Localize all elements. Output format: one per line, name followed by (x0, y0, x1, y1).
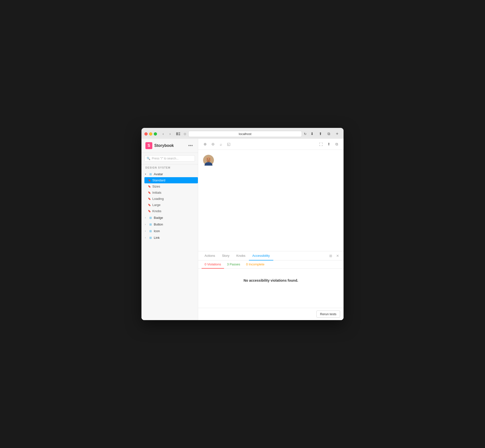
nav-item-standard[interactable]: 🔖 Standard (144, 177, 198, 183)
nav-group-avatar-header[interactable]: ▾ ⊞ Avatar (141, 171, 198, 177)
story-icon-large: 🔖 (148, 204, 151, 207)
logo-area: S Storybook (145, 142, 174, 149)
main-content: ⊕ ⊖ ⌕ ◱ ⛶ ⬆ ⧉ (198, 139, 344, 320)
section-label: DESIGN SYSTEM (141, 164, 198, 170)
app-container: S Storybook ••• 🔍 Press "/" to search...… (141, 139, 344, 320)
svg-rect-0 (176, 132, 178, 135)
preview-tools-right: ⛶ ⬆ ⧉ (317, 141, 340, 148)
new-tab-button[interactable]: + (334, 130, 341, 137)
grid-icon-icon: ⊞ (149, 229, 152, 233)
panel-tab-actions: ⊞ ✕ (328, 253, 341, 259)
story-icon-initials: 🔖 (148, 191, 151, 194)
tab-knobs[interactable]: Knobs (233, 251, 249, 260)
story-icon-standard: 🔖 (148, 179, 151, 182)
share-button[interactable]: ⬆ (317, 130, 324, 137)
nav-group-badge-label: Badge (154, 216, 163, 220)
rerun-bar: Rerun tests (198, 308, 344, 320)
rerun-tests-button[interactable]: Rerun tests (316, 310, 340, 318)
zoom-out-button[interactable]: ⊖ (209, 141, 216, 148)
svg-rect-1 (178, 132, 180, 133)
a11y-tab-passes[interactable]: 3 Passes (224, 260, 243, 269)
story-icon-loading: 🔖 (148, 197, 151, 200)
story-icon-sizes: 🔖 (148, 185, 151, 188)
nav-item-loading[interactable]: 🔖 Loading (144, 196, 198, 202)
panel-layout-button[interactable]: ⊞ (328, 253, 334, 259)
nav-item-knobs-label: Knobs (152, 209, 161, 213)
browser-chrome: ‹ › ⊙ localhost ↻ (141, 128, 344, 139)
nav-item-sizes[interactable]: 🔖 Sizes (144, 183, 198, 190)
a11y-tab-incomplete[interactable]: 0 Incomplete (243, 260, 267, 269)
back-button[interactable]: ‹ (160, 131, 166, 137)
download-button[interactable]: ⬇ (309, 130, 315, 137)
nav-group-badge: › ⊞ Badge (141, 215, 198, 221)
lock-icon: ⊙ (184, 132, 186, 136)
panel-content: No accessibility violations found. (198, 269, 344, 308)
preview-tools-left: ⊕ ⊖ ⌕ ◱ (202, 141, 232, 148)
search-input-wrap[interactable]: 🔍 Press "/" to search... (144, 155, 195, 162)
resize-button[interactable]: ◱ (225, 141, 232, 148)
nav-item-initials-label: Initials (152, 191, 161, 194)
nav-group-icon: › ⊞ Icon (141, 228, 198, 234)
avatar-container (203, 155, 214, 167)
avatar-children: 🔖 Standard 🔖 Sizes 🔖 Initials 🔖 (141, 177, 198, 214)
svg-rect-2 (178, 134, 180, 134)
story-icon-knobs: 🔖 (148, 210, 151, 213)
nav-group-link-label: Link (154, 236, 160, 240)
browser-actions: ⬇ ⬆ ⧉ + (309, 130, 341, 137)
panel-close-button[interactable]: ✕ (335, 253, 341, 259)
grid-icon-button: ⊞ (149, 223, 152, 226)
search-bar[interactable]: 🔍 Press "/" to search... (141, 153, 198, 164)
sidebar-menu-button[interactable]: ••• (187, 142, 194, 149)
browser-window: ‹ › ⊙ localhost ↻ (141, 128, 344, 320)
sidebar: S Storybook ••• 🔍 Press "/" to search...… (141, 139, 198, 320)
close-button[interactable] (144, 132, 148, 136)
search-placeholder: Press "/" to search... (152, 157, 179, 160)
storybook-logo-icon: S (145, 142, 152, 149)
svg-point-9 (208, 159, 209, 160)
nav-group-link-header[interactable]: › ⊞ Link (141, 235, 198, 241)
nav-group-icon-header[interactable]: › ⊞ Icon (141, 228, 198, 234)
nav-item-standard-label: Standard (152, 178, 165, 182)
svg-point-7 (207, 159, 208, 159)
svg-rect-3 (178, 135, 180, 135)
copy-link-button[interactable]: ⧉ (333, 141, 340, 148)
sidebar-toggle-button[interactable] (175, 131, 182, 137)
panel: Actions Story Knobs Accessibility ⊞ ✕ 0 … (198, 251, 344, 320)
tab-actions[interactable]: Actions (201, 251, 219, 260)
zoom-reset-button[interactable]: ⌕ (217, 141, 224, 148)
external-link-button[interactable]: ⬆ (325, 141, 332, 148)
address-bar[interactable]: ⊙ localhost ↻ (184, 131, 307, 137)
nav-item-knobs[interactable]: 🔖 Knobs (144, 208, 198, 214)
grid-icon: ⊞ (149, 172, 152, 176)
nav-group-button: › ⊞ Button (141, 221, 198, 227)
refresh-button[interactable]: ↻ (304, 132, 307, 136)
duplicate-tab-button[interactable]: ⧉ (325, 130, 332, 137)
minimize-button[interactable] (149, 132, 152, 136)
preview-toolbar: ⊕ ⊖ ⌕ ◱ ⛶ ⬆ ⧉ (198, 139, 344, 150)
forward-button[interactable]: › (167, 131, 173, 137)
nav-group-button-header[interactable]: › ⊞ Button (141, 221, 198, 227)
svg-point-8 (209, 159, 210, 159)
browser-toolbar: ‹ › ⊙ localhost ↻ (144, 130, 341, 139)
tab-accessibility[interactable]: Accessibility (249, 251, 273, 260)
nav-group-icon-label: Icon (154, 229, 160, 233)
nav-item-initials[interactable]: 🔖 Initials (144, 190, 198, 196)
chevron-down-icon: ▾ (145, 173, 147, 175)
a11y-tab-violations[interactable]: 0 Violations (202, 260, 224, 269)
nav-buttons: ‹ › (160, 131, 173, 137)
nav-item-sizes-label: Sizes (152, 185, 160, 188)
search-icon: 🔍 (147, 157, 150, 160)
nav-group-avatar-label: Avatar (154, 172, 163, 176)
url-text: localhost (239, 132, 251, 136)
nav-group-button-label: Button (154, 223, 163, 226)
zoom-in-button[interactable]: ⊕ (202, 141, 208, 148)
grid-icon-badge: ⊞ (149, 216, 152, 220)
avatar-image (203, 155, 214, 166)
nav-item-large[interactable]: 🔖 Large (144, 202, 198, 208)
app-title: Storybook (154, 143, 174, 148)
maximize-button[interactable] (154, 132, 157, 136)
nav-group-badge-header[interactable]: › ⊞ Badge (141, 215, 198, 221)
grid-icon-link: ⊞ (149, 236, 152, 240)
tab-story[interactable]: Story (219, 251, 233, 260)
fullscreen-button[interactable]: ⛶ (317, 141, 324, 148)
